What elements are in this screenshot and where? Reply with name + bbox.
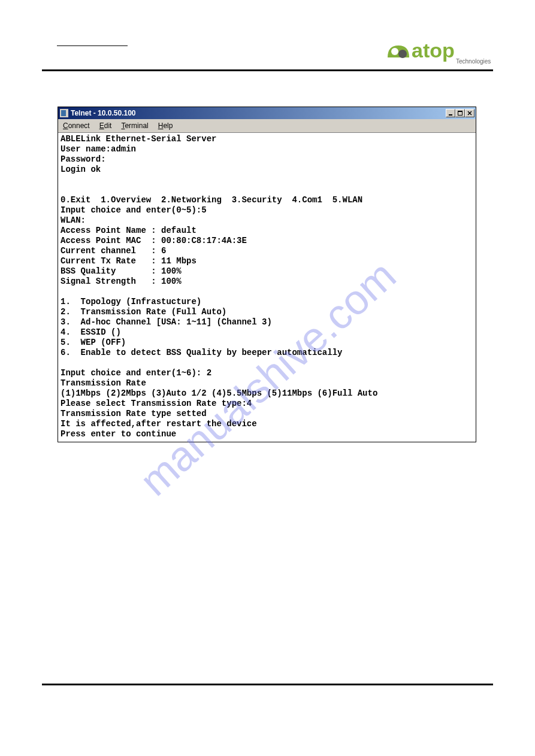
titlebar-left: Telnet - 10.0.50.100: [60, 109, 136, 117]
brand-logo: atop Technologies: [385, 37, 493, 66]
svg-rect-6: [458, 111, 463, 112]
top-divider: [42, 69, 493, 71]
page: atop Technologies manualshive.com Telnet…: [0, 0, 535, 756]
telnet-window: Telnet - 10.0.50.100 Connect Edit Termin…: [58, 107, 476, 442]
svg-text:Technologies: Technologies: [456, 58, 491, 65]
close-button[interactable]: [465, 109, 474, 117]
svg-rect-4: [449, 114, 452, 116]
maximize-button[interactable]: [455, 109, 465, 117]
telnet-app-icon: [60, 109, 68, 117]
menu-bar: Connect Edit Terminal Help: [58, 119, 476, 133]
svg-point-1: [398, 50, 407, 58]
header-underline: [57, 45, 128, 46]
window-title-text: Telnet - 10.0.50.100: [71, 109, 136, 117]
svg-text:atop: atop: [412, 39, 455, 62]
svg-point-0: [391, 48, 398, 55]
atop-logo-icon: atop Technologies: [385, 37, 493, 66]
menu-connect[interactable]: Connect: [61, 120, 92, 131]
window-controls: [446, 109, 474, 117]
terminal-output[interactable]: ABLELink Ethernet-Serial Server User nam…: [58, 133, 476, 442]
menu-edit[interactable]: Edit: [97, 120, 114, 131]
window-titlebar[interactable]: Telnet - 10.0.50.100: [58, 107, 476, 119]
minimize-button[interactable]: [446, 109, 455, 117]
menu-terminal[interactable]: Terminal: [119, 120, 150, 131]
menu-help[interactable]: Help: [156, 120, 176, 131]
bottom-divider: [42, 684, 493, 685]
